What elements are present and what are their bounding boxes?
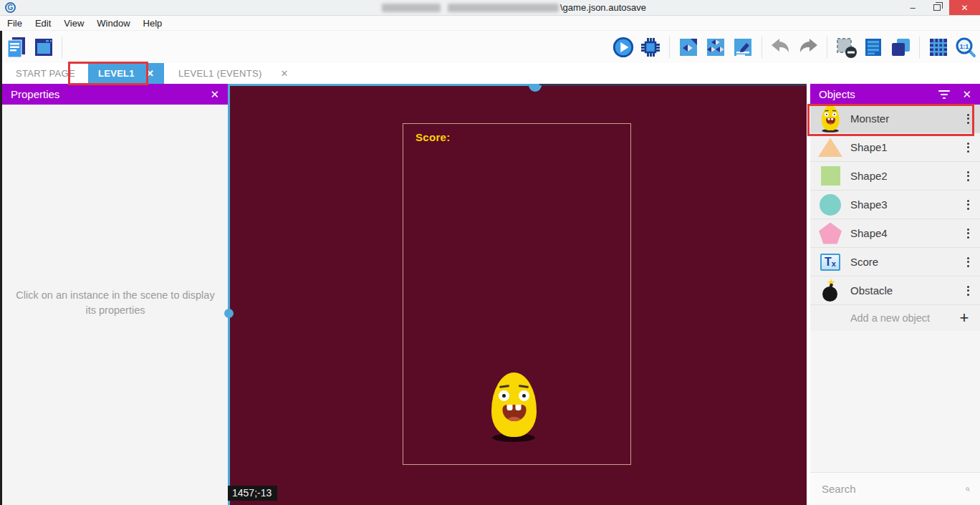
- object-row-shape4[interactable]: Shape4: [810, 219, 980, 248]
- debug-icon[interactable]: [639, 36, 662, 59]
- project-manager-icon[interactable]: [4, 35, 29, 59]
- undo-icon[interactable]: [769, 36, 792, 59]
- object-name: Monster: [850, 112, 956, 125]
- tab-label: START PAGE: [16, 68, 75, 79]
- redo-icon[interactable]: [797, 36, 820, 59]
- tab-label: LEVEL1 (EVENTS): [178, 68, 262, 79]
- objects-header: Objects ✕: [810, 84, 980, 105]
- object-name: Obstacle: [850, 284, 956, 297]
- panel-split-edge[interactable]: [228, 84, 539, 86]
- properties-title: Properties: [11, 88, 210, 100]
- start-page-icon[interactable]: [32, 35, 56, 59]
- score-text-object[interactable]: Score:: [415, 131, 451, 143]
- tab-bar: START PAGE LEVEL1 ✕ LEVEL1 (EVENTS) ✕: [0, 63, 980, 84]
- svg-text:1:1: 1:1: [960, 43, 969, 50]
- gdevelop-window: G \game.json.autosave – ✕ File Edit View…: [0, 0, 980, 505]
- filter-icon[interactable]: [938, 90, 951, 99]
- play-icon[interactable]: [612, 36, 635, 59]
- zoom-1-1-icon[interactable]: 1:1: [954, 36, 977, 59]
- objects-panel: Objects ✕ Monster Shap: [810, 84, 980, 505]
- object-menu-button[interactable]: [956, 168, 980, 184]
- monster-eye: [519, 390, 529, 401]
- menu-view[interactable]: View: [62, 18, 91, 29]
- layers-icon[interactable]: [889, 36, 912, 59]
- tab-close-icon[interactable]: ✕: [146, 68, 154, 79]
- menu-help[interactable]: Help: [142, 18, 170, 29]
- add-object-icon[interactable]: [677, 36, 700, 59]
- properties-header: Properties ✕: [2, 84, 228, 105]
- circle-icon: [810, 194, 850, 216]
- toolbar-separator: [669, 37, 670, 58]
- toolbar-separator: [62, 37, 62, 58]
- menu-bar: File Edit View Window Help: [0, 16, 980, 31]
- close-button[interactable]: ✕: [949, 0, 980, 15]
- search-icon[interactable]: [966, 482, 970, 496]
- monster-eyebrow: [519, 385, 529, 388]
- edit-scene-icon[interactable]: [731, 36, 754, 59]
- tab-start-page[interactable]: START PAGE: [6, 63, 85, 84]
- object-row-shape2[interactable]: Shape2: [810, 162, 980, 191]
- object-menu-button[interactable]: [956, 254, 980, 270]
- object-name: Score: [850, 256, 956, 268]
- menu-file[interactable]: File: [6, 18, 29, 29]
- objects-title: Objects: [819, 88, 938, 100]
- split-handle[interactable]: [224, 309, 234, 318]
- object-name: Shape3: [850, 198, 956, 211]
- object-row-obstacle[interactable]: Obstacle: [810, 276, 980, 305]
- add-object-row[interactable]: Add a new object +: [810, 305, 980, 331]
- tab-level1-events[interactable]: LEVEL1 (EVENTS): [168, 63, 272, 84]
- object-row-shape3[interactable]: Shape3: [810, 191, 980, 219]
- object-row-score[interactable]: Tx Score: [810, 248, 980, 276]
- menu-window[interactable]: Window: [95, 18, 137, 29]
- clear-selection-icon[interactable]: [835, 36, 858, 59]
- menu-edit[interactable]: Edit: [34, 18, 58, 29]
- monster-body: [491, 372, 537, 437]
- panel-split-edge[interactable]: [539, 84, 807, 86]
- properties-empty-message: Click on an instance in the scene to dis…: [15, 288, 216, 318]
- add-object-label: Add a new object: [810, 312, 948, 324]
- panel-split-edge[interactable]: [228, 84, 230, 505]
- instances-list-icon[interactable]: [862, 36, 885, 59]
- object-row-monster[interactable]: Monster: [810, 105, 980, 133]
- object-name: Shape2: [850, 170, 956, 182]
- add-object-button[interactable]: +: [948, 310, 980, 326]
- toolbar-right-group: 1:1: [612, 35, 977, 59]
- object-menu-button[interactable]: [956, 197, 980, 213]
- tab-label: LEVEL1: [98, 68, 135, 79]
- object-menu-button[interactable]: [956, 283, 980, 299]
- tab-level1[interactable]: LEVEL1 ✕: [88, 63, 164, 84]
- close-panel-icon[interactable]: ✕: [210, 88, 219, 101]
- instances-icon[interactable]: [704, 36, 727, 59]
- redacted-path-segment: [448, 4, 559, 12]
- search-input[interactable]: [820, 482, 966, 496]
- toolbar-separator: [827, 37, 827, 58]
- close-panel-icon[interactable]: ✕: [962, 88, 971, 101]
- toolbar-separator: [762, 37, 762, 58]
- toolbar: 1:1: [0, 31, 980, 63]
- monster-instance[interactable]: [491, 372, 537, 442]
- object-menu-button[interactable]: [956, 111, 980, 127]
- triangle-icon: [810, 138, 850, 157]
- scene-canvas[interactable]: Score: 1457;-13: [228, 84, 807, 505]
- window-title: \game.json.autosave: [560, 2, 646, 13]
- tab-close-icon[interactable]: ✕: [272, 63, 297, 84]
- object-menu-button[interactable]: [956, 140, 980, 155]
- title-bar: G \game.json.autosave – ✕: [0, 0, 980, 16]
- monster-eye: [499, 390, 509, 401]
- split-handle[interactable]: [529, 85, 542, 92]
- bomb-icon: [810, 280, 850, 302]
- object-row-shape1[interactable]: Shape1: [810, 133, 980, 162]
- text-object-icon: Tx: [810, 254, 850, 271]
- object-name: Shape4: [850, 227, 956, 239]
- objects-search-bar: [810, 472, 980, 505]
- monster-mouth: [502, 405, 526, 421]
- minimize-button[interactable]: –: [901, 0, 924, 15]
- app-logo-icon: G: [5, 2, 16, 13]
- maximize-button[interactable]: [926, 0, 948, 15]
- monster-eyebrow: [499, 385, 509, 388]
- cursor-coordinates: 1457;-13: [228, 486, 277, 501]
- object-name: Shape1: [850, 141, 956, 153]
- object-menu-button[interactable]: [956, 226, 980, 241]
- monster-thumbnail-icon: [810, 105, 850, 133]
- grid-icon[interactable]: [927, 36, 950, 59]
